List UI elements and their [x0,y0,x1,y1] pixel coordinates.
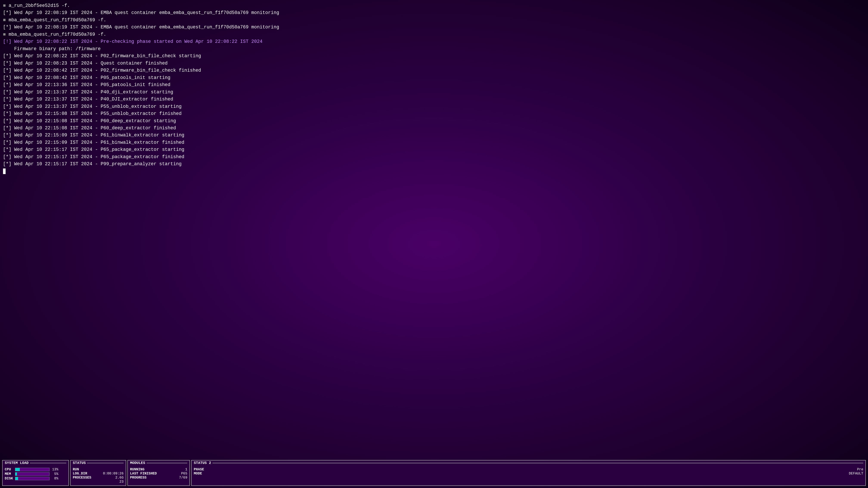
log-line: [*] Wed Apr 10 22:15:08 IST 2024 - P55_u… [3,110,865,117]
log-line: [*] Wed Apr 10 22:15:17 IST 2024 - P99_p… [3,161,865,168]
mem-bar-fill [15,473,17,476]
modules-rows: RUNNING 1 LAST FINISHED P65 PROGRESS 7/6… [130,466,187,480]
cpu-bar-container [15,468,50,471]
disk-row: DISK 8% [5,477,66,481]
modules-lastfinished-val: P65 [181,471,187,476]
cursor-line [3,168,865,175]
log-line: [*] Wed Apr 10 22:13:37 IST 2024 - P40_D… [3,96,865,103]
modules-title: MODULES [130,461,145,465]
status2-phase-row: PHASE Pre [194,467,863,471]
status-bar: SYSTEM LOAD CPU 13% MEM 5% [0,458,868,488]
status-logdir-row: LOG_DIR 0:00:09:26 [73,471,124,476]
mem-row: MEM 5% [5,472,66,476]
modules-panel: MODULES RUNNING 1 LAST FINISHED P65 PROG… [127,460,190,486]
system-load-panel: SYSTEM LOAD CPU 13% MEM 5% [2,460,69,486]
status2-phase-val: Pre [857,467,863,471]
status-title: STATUS [73,461,86,465]
system-load-title: SYSTEM LOAD [5,461,29,465]
log-line: [*] Wed Apr 10 22:08:19 IST 2024 - EMBA … [3,9,865,17]
status-run-row: RUN [73,467,124,471]
modules-progress-row: PROGRESS 7/69 [130,476,187,480]
load-rows: CPU 13% MEM 5% DISK [5,466,66,481]
status2-mode-val: DEFAULT [849,471,863,476]
log-line: [*] Wed Apr 10 22:08:19 IST 2024 - EMBA … [3,24,865,31]
log-line: [*] Wed Apr 10 22:08:42 IST 2024 - P05_p… [3,74,865,81]
disk-bar-fill [15,477,18,480]
modules-progress-key: PROGRESS [130,476,147,480]
mem-bar-container [15,472,50,476]
log-line: [*] Wed Apr 10 22:15:08 IST 2024 - P60_d… [3,118,865,125]
log-line: [*] Wed Apr 10 22:08:42 IST 2024 - P02_f… [3,67,865,74]
mem-label: MEM [5,472,14,476]
status-processes-key: PROCESSES [73,476,91,480]
status-processes-size: 2.6G [115,476,124,480]
log-line: ■ mba_emba_quest_run_f1f70d50a769 -f. [3,17,865,24]
disk-value: 8% [51,477,58,481]
status-processcount-val: 23 [120,480,124,484]
disk-bar-container [15,477,50,480]
log-line: [!] Wed Apr 10 22:08:22 IST 2024 - Pre-c… [3,38,865,45]
log-line: [*] Wed Apr 10 22:15:17 IST 2024 - P65_p… [3,146,865,153]
terminal-window: ■ a_run_2bbf5ee52d15 -f.[*] Wed Apr 10 2… [0,0,868,488]
terminal-output: ■ a_run_2bbf5ee52d15 -f.[*] Wed Apr 10 2… [0,0,868,458]
mem-value: 5% [51,472,58,476]
disk-label: DISK [5,477,14,481]
modules-progress-val: 7/69 [179,476,187,480]
cpu-bar-fill [15,468,20,471]
status2-phase-key: PHASE [194,467,204,471]
log-line: ■ a_run_2bbf5ee52d15 -f. [3,2,865,9]
modules-running-key: RUNNING [130,467,145,471]
modules-lastfinished-key: LAST FINISHED [130,471,157,476]
status2-mode-row: MODE DEFAULT [194,471,863,476]
status-run-key: RUN [73,467,79,471]
cpu-value: 13% [51,467,58,471]
log-line: [*] Wed Apr 10 22:13:37 IST 2024 - P55_u… [3,103,865,110]
status2-rows: PHASE Pre MODE DEFAULT [194,466,863,476]
status-panel: STATUS RUN LOG_DIR 0:00:09:26 PROCESSES … [70,460,126,486]
log-line: [*] Wed Apr 10 22:08:22 IST 2024 - P02_f… [3,53,865,60]
log-line: [*] Wed Apr 10 22:08:23 IST 2024 - Quest… [3,60,865,67]
status-rows: RUN LOG_DIR 0:00:09:26 PROCESSES 2.6G 23 [73,466,124,484]
log-line: [*] Wed Apr 10 22:13:36 IST 2024 - P05_p… [3,81,865,89]
log-line: [*] Wed Apr 10 22:15:17 IST 2024 - P65_p… [3,154,865,161]
status2-panel: STATUS 2 PHASE Pre MODE DEFAULT [191,460,866,486]
status2-title: STATUS 2 [194,461,211,465]
log-line: [*] Wed Apr 10 22:13:37 IST 2024 - P40_d… [3,89,865,96]
terminal-cursor [3,168,6,174]
modules-running-val: 1 [185,467,187,471]
log-line: ■ mba_emba_quest_run_f1f70d50a769 -f. [3,31,865,38]
status-processes-row: PROCESSES 2.6G [73,476,124,480]
status-processcount-row: 23 [73,480,124,484]
status-logdir-key: LOG_DIR [73,471,87,476]
log-line: [*] Wed Apr 10 22:15:08 IST 2024 - P60_d… [3,125,865,132]
status-logdir-val: 0:00:09:26 [103,471,124,476]
modules-running-row: RUNNING 1 [130,467,187,471]
log-line: [*] Wed Apr 10 22:15:09 IST 2024 - P61_b… [3,139,865,146]
log-line: [*] Wed Apr 10 22:15:09 IST 2024 - P61_b… [3,132,865,139]
modules-lastfinished-row: LAST FINISHED P65 [130,471,187,476]
cpu-row: CPU 13% [5,467,66,471]
cpu-label: CPU [5,467,14,471]
status2-mode-key: MODE [194,471,202,476]
log-line: Firmware binary path: /firmware [3,45,865,53]
